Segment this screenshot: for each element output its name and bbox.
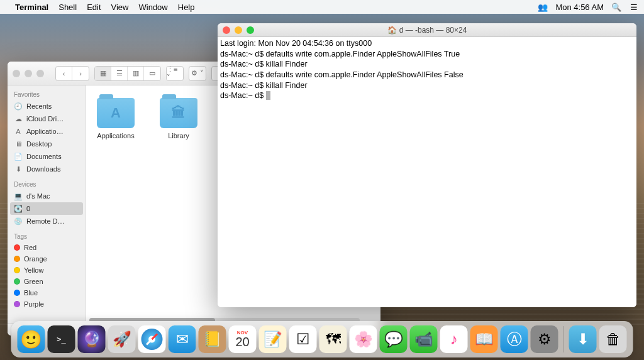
sidebar-item-desktop[interactable]: 🖥Desktop [8,138,86,150]
menu-window[interactable]: Window [139,3,168,12]
forward-button[interactable]: › [72,67,89,80]
arrange-group: ⋮≡ ˅ [166,66,184,81]
list-view-button[interactable]: ☰ [111,67,128,80]
icon-view-button[interactable]: ▦ [95,67,111,80]
sidebar-item-disk-0[interactable]: 💽0 [10,202,83,215]
tag-orange[interactable]: Orange [8,253,86,265]
devices-header: Devices [8,179,86,190]
dock-launchpad[interactable]: 🚀 [108,325,136,353]
dock-reminders[interactable]: ☑ [289,325,317,353]
menu-shell[interactable]: Shell [58,3,77,12]
folder-label: Library [168,132,189,139]
menu-view[interactable]: View [111,3,129,12]
folder-applications[interactable]: A Applications [94,98,138,139]
dock-downloads[interactable]: ⬇ [569,325,597,353]
dock-finder[interactable]: 🙂 [18,325,45,353]
dock-photos[interactable]: 🌸 [350,325,377,353]
sidebar-item-icloud[interactable]: ☁iCloud Dri… [8,112,86,125]
dock-calendar[interactable]: NOV20 [229,325,257,353]
remote-disc-icon: 💿 [14,217,23,226]
dock-system-preferences[interactable]: ⚙ [531,325,558,353]
dock-terminal[interactable]: >_ [48,325,75,353]
sidebar-item-downloads[interactable]: ⬇Downloads [8,163,86,175]
tag-purple[interactable]: Purple [8,298,86,310]
terminal-line: Last login: Mon Nov 20 04:54:36 on ttys0… [220,39,372,48]
tag-dot-icon [14,267,20,273]
tags-header: Tags [8,231,86,242]
menu-edit[interactable]: Edit [87,3,101,12]
notification-center-icon[interactable]: ☰ [629,2,639,12]
back-button[interactable]: ‹ [56,67,72,80]
action-button[interactable]: ⚙ ˅ [189,67,206,80]
menubar-clock[interactable]: Mon 4:56 AM [555,3,604,12]
sidebar-item-remote-disc[interactable]: 💿Remote D… [8,215,86,227]
dock-contacts[interactable]: 📒 [199,325,226,353]
tag-dot-icon [14,278,20,285]
finder-sidebar: Favorites 🕘Recents ☁iCloud Dri… AApplica… [8,85,86,323]
maximize-button[interactable] [247,26,254,34]
terminal-line: ds-Mac:~ d$ killall Finder [220,81,308,90]
app-menu-name[interactable]: Terminal [15,3,48,12]
clock-icon: 🕘 [14,102,23,111]
tag-dot-icon [14,244,20,251]
dock-siri[interactable]: 🔮 [78,325,106,353]
document-icon: 📄 [14,152,23,161]
terminal-prompt: ds-Mac:~ d$ [220,91,266,100]
terminal-body[interactable]: Last login: Mon Nov 20 04:54:36 on ttys0… [218,37,636,307]
menu-help[interactable]: Help [178,3,195,12]
dock-facetime[interactable]: 📹 [410,325,438,353]
folder-icon: 🏛 [160,98,197,128]
minimize-button[interactable] [25,70,32,77]
cloud-icon: ☁ [14,114,23,123]
close-button[interactable] [223,26,230,34]
menubar: Terminal Shell Edit View Window Help 👥 M… [0,0,644,14]
sidebar-item-documents[interactable]: 📄Documents [8,150,86,163]
cursor-icon [266,91,270,100]
terminal-traffic-lights [223,26,260,34]
dock-notes[interactable]: 📝 [259,325,287,353]
arrange-button[interactable]: ⋮≡ ˅ [167,67,183,80]
computer-icon: 💻 [14,192,23,200]
close-button[interactable] [13,70,20,77]
sidebar-item-mac[interactable]: 💻d's Mac [8,190,86,202]
sidebar-item-recents[interactable]: 🕘Recents [8,100,86,112]
terminal-line: ds-Mac:~ d$ defaults write com.apple.Fin… [220,50,460,58]
maximize-button[interactable] [36,70,44,77]
dock-separator [564,326,564,352]
dock-safari[interactable] [138,325,166,353]
tag-red[interactable]: Red [8,242,86,253]
dock-mail[interactable]: ✉ [169,325,196,353]
dock-messages[interactable]: 💬 [380,325,408,353]
minimize-button[interactable] [235,26,242,34]
dock-trash[interactable]: 🗑 [599,325,627,353]
view-mode-buttons: ▦ ☰ ▥ ▭ [94,66,161,81]
tag-dot-icon [14,256,20,262]
tag-dot-icon [14,290,20,296]
compass-icon [142,329,163,350]
gallery-view-button[interactable]: ▭ [144,67,160,80]
download-icon: ⬇ [14,165,23,173]
terminal-line: ds-Mac:~ d$ killall Finder [220,60,308,68]
sidebar-item-applications[interactable]: AApplicatio… [8,125,86,138]
terminal-title: d — -bash — 80×24 [399,26,467,35]
desktop-icon: 🖥 [14,139,23,148]
terminal-line: ds-Mac:~ d$ defaults write com.apple.Fin… [220,70,464,79]
tag-blue[interactable]: Blue [8,287,86,298]
terminal-titlebar[interactable]: 🏠d — -bash — 80×24 [218,23,636,37]
folder-library[interactable]: 🏛 Library [157,98,201,139]
dock-itunes[interactable]: ♪ [440,325,468,353]
column-view-button[interactable]: ▥ [128,67,144,80]
terminal-window: 🏠d — -bash — 80×24 Last login: Mon Nov 2… [218,23,636,307]
tag-dot-icon [14,301,20,307]
dock: 🙂 >_ 🔮 🚀 ✉ 📒 NOV20 📝 ☑ 🗺 🌸 💬 📹 ♪ 📖 Ⓐ ⚙ ⬇… [11,321,633,357]
dock-maps[interactable]: 🗺 [319,325,347,353]
home-icon: 🏠 [387,26,397,35]
folder-label: Applications [97,132,134,139]
tag-yellow[interactable]: Yellow [8,265,86,276]
fast-user-switch-icon[interactable]: 👥 [538,2,548,12]
dock-ibooks[interactable]: 📖 [470,325,498,353]
dock-appstore[interactable]: Ⓐ [501,325,528,353]
spotlight-icon[interactable]: 🔍 [611,2,621,12]
tag-green[interactable]: Green [8,276,86,287]
folder-icon: A [97,98,135,128]
